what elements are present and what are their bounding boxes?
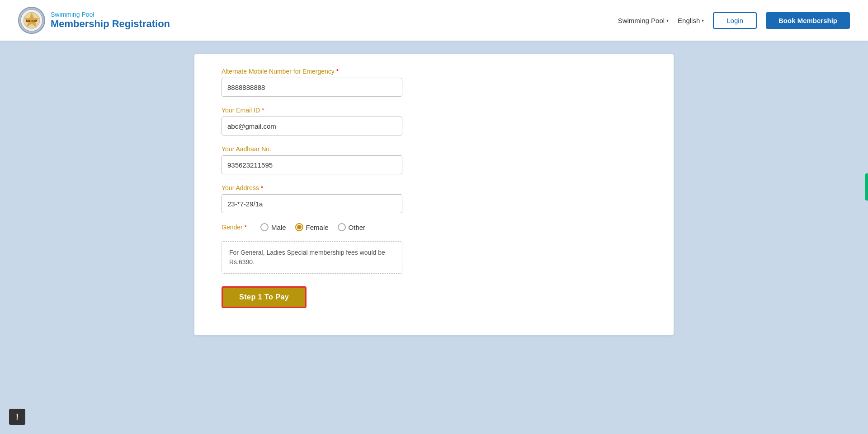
step-to-pay-button[interactable]: Step 1 To Pay <box>222 286 307 308</box>
alt-mobile-label: Alternate Mobile Number for Emergency * <box>222 68 646 75</box>
aadhaar-field-group: Your Aadhaar No. <box>222 145 646 174</box>
address-label: Your Address * <box>222 184 646 191</box>
gender-required-star: * <box>245 224 247 231</box>
svg-text:MCGM: MCGM <box>26 19 38 23</box>
aadhaar-label: Your Aadhaar No. <box>222 145 646 153</box>
gender-female-label: Female <box>306 224 329 231</box>
email-field-group: Your Email ID * <box>222 107 646 135</box>
header-title-group: Swimming Pool Membership Registration <box>51 11 170 30</box>
gender-field-group: Gender * Male Female Other <box>222 223 646 231</box>
login-button[interactable]: Login <box>713 12 757 29</box>
logo-group: MCGM Swimming Pool Membership Registrati… <box>18 7 618 34</box>
language-label: English <box>678 17 700 24</box>
header-subtitle: Swimming Pool <box>51 11 170 18</box>
info-box: For General, Ladies Special membership f… <box>222 241 402 274</box>
aadhaar-input[interactable] <box>222 155 402 174</box>
gender-other-label: Other <box>349 224 366 231</box>
main-wrapper: Alternate Mobile Number for Emergency * … <box>0 41 868 362</box>
header: MCGM Swimming Pool Membership Registrati… <box>0 0 868 41</box>
gender-other-option[interactable]: Other <box>338 223 366 231</box>
email-input[interactable] <box>222 117 402 135</box>
alt-mobile-required-star: * <box>336 68 339 75</box>
swimming-pool-dropdown[interactable]: Swimming Pool ▾ <box>618 17 669 24</box>
gender-male-label: Male <box>271 224 286 231</box>
gender-label: Gender * <box>222 224 247 231</box>
address-required-star: * <box>261 184 263 191</box>
gender-male-radio[interactable] <box>260 223 269 231</box>
gender-female-radio[interactable] <box>295 223 303 231</box>
header-nav: Swimming Pool ▾ English ▾ Login Book Mem… <box>618 12 850 29</box>
feedback-button[interactable]: ! <box>9 409 25 425</box>
header-title: Membership Registration <box>51 18 170 30</box>
alt-mobile-field-group: Alternate Mobile Number for Emergency * <box>222 68 646 97</box>
feedback-icon: ! <box>16 412 19 422</box>
gender-female-option[interactable]: Female <box>295 223 329 231</box>
form-card: Alternate Mobile Number for Emergency * … <box>194 54 674 335</box>
language-dropdown[interactable]: English ▾ <box>678 17 704 24</box>
gender-male-option[interactable]: Male <box>260 223 286 231</box>
address-field-group: Your Address * <box>222 184 646 213</box>
language-chevron-icon: ▾ <box>702 18 704 23</box>
swimming-pool-label: Swimming Pool <box>618 17 665 24</box>
alt-mobile-input[interactable] <box>222 78 402 97</box>
email-required-star: * <box>262 107 264 114</box>
email-label: Your Email ID * <box>222 107 646 114</box>
book-membership-button[interactable]: Book Membership <box>766 12 850 29</box>
scrollbar-indicator[interactable] <box>865 173 868 201</box>
logo-emblem: MCGM <box>18 7 45 34</box>
pool-chevron-icon: ▾ <box>666 18 669 23</box>
address-input[interactable] <box>222 194 402 213</box>
gender-other-radio[interactable] <box>338 223 346 231</box>
